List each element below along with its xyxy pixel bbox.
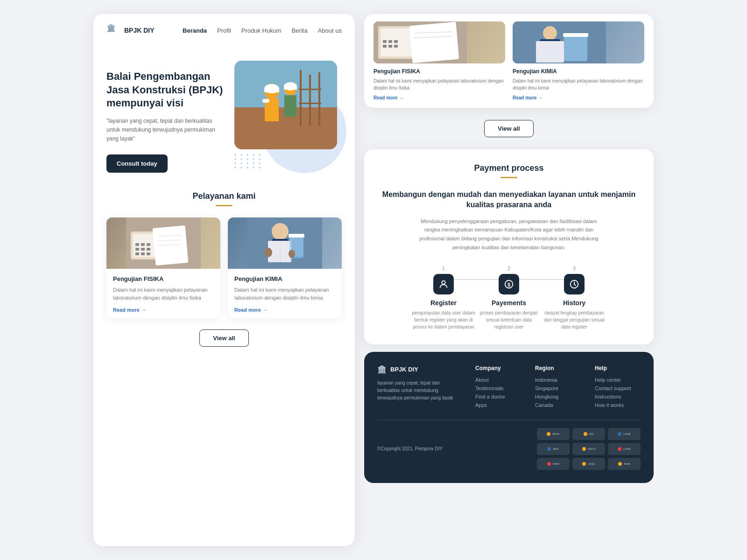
step-1-icon [433,274,454,294]
services-underline [216,205,233,206]
mini-read-more-kimia[interactable]: Read more → [513,95,644,100]
footer-brand: 🏛️ BPJK DIY layanan yang cepat, tepat da… [377,365,461,411]
footer-link-contact[interactable]: Contact support [595,385,641,391]
services-footer: View all [106,329,342,347]
footer-copyright: ©Copyright 2021, Pemprov DIY [377,446,443,451]
mini-card-fisika-desc: Dalam hal ini kami menyajikan pelayanan … [374,77,505,91]
service-card-kimia-body: Pengujian KIMIA Dalam hal ini kami menya… [228,269,342,318]
svg-rect-26 [141,252,145,255]
footer-link-how-it-works[interactable]: How it works [595,402,641,408]
nav-item-berita[interactable]: Berita [292,26,308,35]
svg-rect-47 [394,40,398,43]
footer-col-company: Company About Testimonials Find a doctor… [475,365,521,411]
svg-rect-45 [383,40,387,43]
footer-company-title: Company [475,365,521,371]
svg-rect-9 [262,99,269,103]
service-card-fisika-title: Pengujian FISIKA [113,275,214,282]
payment-step-register: 1 Register pengumpulan data user dalam b… [411,266,476,330]
step-1-num: 1 [442,266,445,271]
svg-point-41 [289,250,295,258]
service-card-fisika-desc: Dalam hal ini kami menyajikan pelayanan … [113,286,214,301]
service-card-kimia-title: Pengujian KIMIA [234,275,335,282]
footer-link-apps[interactable]: Apps [475,402,521,408]
svg-rect-49 [388,45,392,48]
nav-item-produk[interactable]: Produk Hukum [241,26,282,35]
badge-2: DIY [572,428,605,440]
badge-5: TECH [572,443,605,455]
step-3-icon [564,274,585,294]
service-card-fisika: Pengujian FISIKA Dalam hal ini kami meny… [106,217,220,318]
service-card-fisika-image [106,217,220,269]
footer-col-region: Region Indonesia Singapore Hongkong Cana… [535,365,581,411]
svg-rect-46 [388,40,392,43]
footer-region-title: Region [535,365,581,371]
step-2-icon: $ [499,274,519,294]
mini-card-kimia-title: Pengujian KIMIA [513,68,644,75]
mini-card-kimia-desc: Dalam hal ini kami menyajikan pelayanan … [513,77,644,91]
view-all-right-button[interactable]: View all [484,120,533,137]
mini-card-kimia: Pengujian KIMIA Dalam hal ini kami menya… [513,21,644,100]
footer-help-title: Help [595,365,641,371]
nav-item-profil[interactable]: Profil [217,26,231,35]
consult-button[interactable]: Consult today [106,154,168,173]
services-section: Pelayanan kami [93,182,355,361]
services-title: Pelayanan kami [106,191,342,201]
step-3-num: 3 [573,266,576,271]
svg-rect-58 [564,35,587,61]
service-card-kimia-desc: Dalam hal ini kami menyajikan pelayanan … [234,286,335,301]
service-card-kimia-image [228,217,342,269]
footer-link-testimonials[interactable]: Testimonials [475,385,521,391]
svg-rect-15 [284,87,297,90]
svg-rect-24 [147,248,150,251]
svg-rect-57 [536,41,564,63]
footer-link-singapore[interactable]: Singapore [535,385,581,391]
nav-item-beranda[interactable]: Beranda [183,26,207,35]
svg-rect-59 [563,33,588,37]
hero-subtitle: "layanan yang cepat, tepat dan berkualit… [106,117,225,144]
nav-links: Beranda Profil Produk Hukum Berita About… [183,26,342,35]
step-2-desc: proses pembayaran dengan sesuai ketentua… [476,309,542,330]
mini-card-fisika-image [374,21,505,63]
footer-link-hongkong[interactable]: Hongkong [535,394,581,399]
footer-logo-text: BPJK DIY [390,366,418,373]
svg-rect-11 [284,95,296,117]
footer-col-help: Help Help center Contact support Instruc… [595,365,641,411]
footer-tagline: layanan yang cepat, tepat dan berkualita… [377,379,461,402]
svg-text:$: $ [507,281,510,287]
footer-divider [377,420,641,420]
svg-rect-51 [409,22,459,63]
badge-9: KON [608,458,641,470]
badge-8: JASA [572,458,605,470]
svg-rect-4 [318,72,320,126]
footer-link-indonesia[interactable]: Indonesia [535,377,581,383]
footer-link-doctor[interactable]: Find a doctor [475,394,521,399]
svg-rect-38 [289,234,304,238]
mini-card-kimia-image [513,21,644,63]
mini-read-more-fisika[interactable]: Read more → [374,95,505,100]
mini-card-fisika-title: Pengujian FISIKA [374,68,505,75]
footer-link-canada[interactable]: Canada [535,402,581,408]
view-all-button[interactable]: View all [199,329,248,347]
step-3-title: History [563,299,585,307]
svg-rect-23 [141,248,145,251]
step-2-title: Payements [492,299,526,307]
read-more-fisika[interactable]: Read more → [113,307,214,313]
svg-rect-21 [147,243,150,246]
footer: 🏛️ BPJK DIY layanan yang cepat, tepat da… [364,352,654,483]
step-3-desc: riwayat lengkap pembayaran dan tanggal p… [542,309,607,330]
payment-underline [500,177,517,178]
footer-link-help-center[interactable]: Help center [595,377,641,383]
badge-3: LPSE [608,428,641,440]
footer-link-about[interactable]: About [475,377,521,383]
footer-link-instructions[interactable]: Instructions [595,394,641,399]
svg-point-55 [543,26,557,40]
step-1-title: Register [430,299,457,307]
step-1-desc: pengumpulan data user dalam bentuk regis… [411,309,476,330]
svg-rect-22 [135,248,139,251]
badge-4: REG [537,443,570,455]
payment-steps: 1 Register pengumpulan data user dalam b… [377,266,641,330]
logo-icon: 🏛️ [106,23,120,37]
nav-item-about[interactable]: About us [318,26,342,35]
read-more-kimia[interactable]: Read more → [234,307,335,313]
service-card-fisika-body: Pengujian FISIKA Dalam hal ini kami meny… [106,269,220,318]
